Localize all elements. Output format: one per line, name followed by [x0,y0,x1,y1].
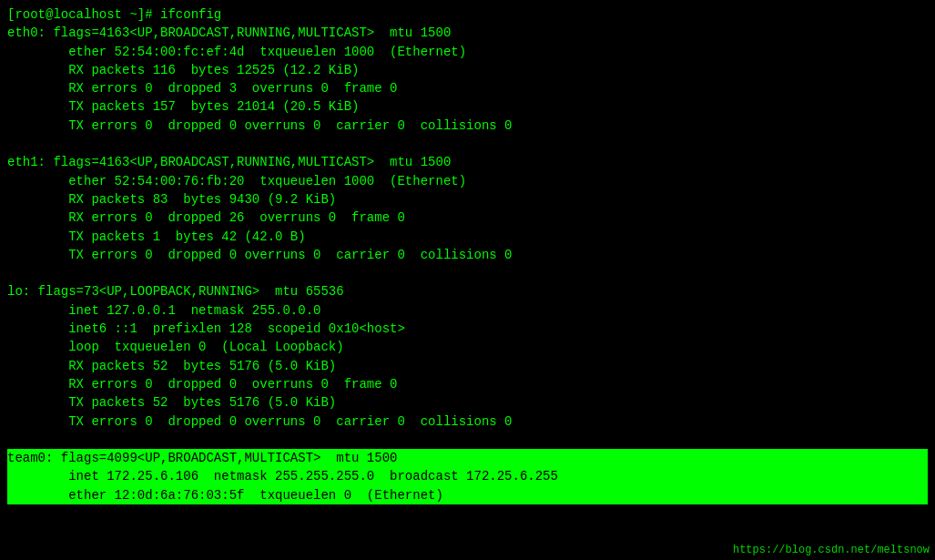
watermark: https://blog.csdn.net/meltsnow [733,544,930,556]
terminal-line: TX errors 0 dropped 0 overruns 0 carrier… [7,246,928,264]
terminal-line: TX errors 0 dropped 0 overruns 0 carrier… [7,412,928,431]
terminal-line: ether 52:54:00:fc:ef:4d txqueuelen 1000 … [7,43,928,61]
terminal-line: TX packets 1 bytes 42 (42.0 B) [7,228,928,246]
terminal-line: inet6 ::1 prefixlen 128 scopeid 0x10<hos… [7,320,928,338]
terminal-empty-line [7,431,928,449]
terminal-line: ether 52:54:00:76:fb:20 txqueuelen 1000 … [7,172,928,190]
highlight-block: team0: flags=4099<UP,BROADCAST,MULTICAST… [7,449,928,504]
terminal-line: TX packets 157 bytes 21014 (20.5 KiB) [7,97,928,116]
terminal-line: eth1: flags=4163<UP,BROADCAST,RUNNING,MU… [7,153,928,171]
terminal: [root@localhost ~]# ifconfig eth0: flags… [0,0,935,560]
terminal-empty-line [7,264,928,282]
terminal-line: loop txqueuelen 0 (Local Loopback) [7,338,928,356]
terminal-line: TX errors 0 dropped 0 overruns 0 carrier… [7,117,928,135]
terminal-line: lo: flags=73<UP,LOOPBACK,RUNNING> mtu 65… [7,282,928,300]
terminal-line: eth0: flags=4163<UP,BROADCAST,RUNNING,MU… [7,24,928,42]
terminal-line: inet 127.0.0.1 netmask 255.0.0.0 [7,301,928,320]
terminal-line: inet 172.25.6.106 netmask 255.255.255.0 … [7,467,928,485]
terminal-line: team0: flags=4099<UP,BROADCAST,MULTICAST… [7,449,928,467]
terminal-line: RX packets 52 bytes 5176 (5.0 KiB) [7,357,928,375]
terminal-line: RX errors 0 dropped 3 overruns 0 frame 0 [7,79,928,97]
terminal-empty-line [7,135,928,153]
terminal-line: RX packets 116 bytes 12525 (12.2 KiB) [7,61,928,79]
terminal-line: RX packets 83 bytes 9430 (9.2 KiB) [7,190,928,209]
terminal-line: RX errors 0 dropped 26 overruns 0 frame … [7,209,928,227]
terminal-line: TX packets 52 bytes 5176 (5.0 KiB) [7,393,928,412]
prompt-line: [root@localhost ~]# ifconfig [7,5,928,24]
terminal-line: RX errors 0 dropped 0 overruns 0 frame 0 [7,375,928,393]
terminal-line: ether 12:0d:6a:76:03:5f txqueuelen 0 (Et… [7,486,928,504]
